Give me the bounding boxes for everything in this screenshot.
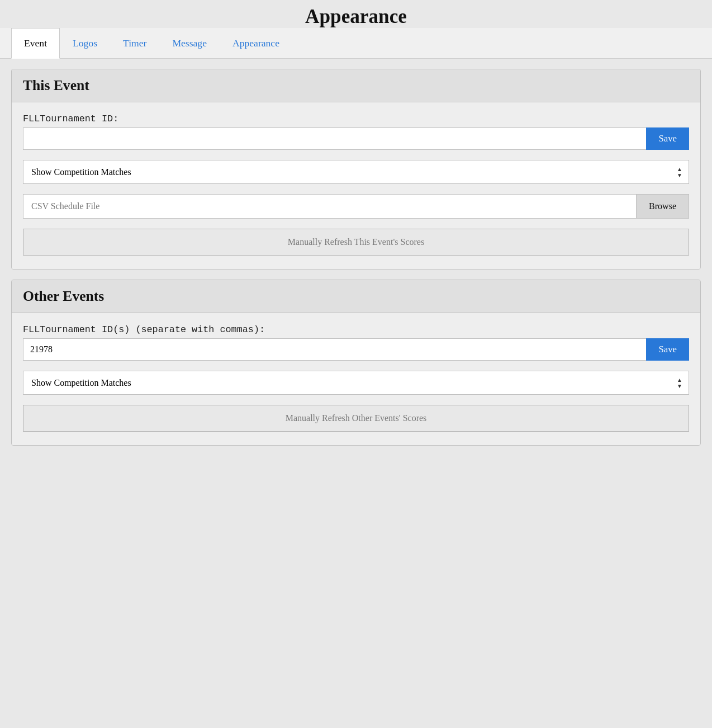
other-events-fll-group: FLLTournament ID(s) (separate with comma… <box>23 324 689 361</box>
this-event-match-select[interactable]: Show Competition Matches Hide Competitio… <box>23 160 689 184</box>
other-events-section: Other Events FLLTournament ID(s) (separa… <box>11 280 701 446</box>
other-events-heading: Other Events <box>12 280 700 313</box>
this-event-refresh-button[interactable]: Manually Refresh This Event's Scores <box>23 229 689 256</box>
other-events-fll-row: Save <box>23 338 689 361</box>
this-event-csv-row: Browse <box>23 194 689 219</box>
other-events-body: FLLTournament ID(s) (separate with comma… <box>12 313 700 445</box>
this-event-heading: This Event <box>12 69 700 102</box>
page-title-text: Appearance <box>305 6 407 27</box>
tab-timer[interactable]: Timer <box>110 28 159 59</box>
this-event-fll-input[interactable] <box>23 127 646 150</box>
this-event-browse-button[interactable]: Browse <box>637 194 689 219</box>
other-events-refresh-button[interactable]: Manually Refresh Other Events' Scores <box>23 405 689 432</box>
tab-message[interactable]: Message <box>159 28 220 59</box>
tab-bar: Event Logos Timer Message Appearance <box>0 28 712 59</box>
tab-appearance[interactable]: Appearance <box>220 28 292 59</box>
other-events-match-select-wrapper: Show Competition Matches Hide Competitio… <box>23 371 689 395</box>
this-event-csv-input[interactable] <box>23 194 637 219</box>
this-event-fll-label: FLLTournament ID: <box>23 114 689 124</box>
other-events-save-button[interactable]: Save <box>646 338 689 361</box>
other-events-fll-label: FLLTournament ID(s) (separate with comma… <box>23 324 689 335</box>
this-event-fll-group: FLLTournament ID: Save <box>23 114 689 150</box>
other-events-fll-input[interactable] <box>23 338 646 361</box>
this-event-section: This Event FLLTournament ID: Save Show C… <box>11 69 701 270</box>
other-events-match-select[interactable]: Show Competition Matches Hide Competitio… <box>23 371 689 395</box>
tab-logos[interactable]: Logos <box>60 28 110 59</box>
this-event-save-button[interactable]: Save <box>646 127 689 150</box>
this-event-match-select-wrapper: Show Competition Matches Hide Competitio… <box>23 160 689 184</box>
page-title: Appearance <box>0 0 712 28</box>
tab-event[interactable]: Event <box>11 28 60 59</box>
this-event-fll-row: Save <box>23 127 689 150</box>
this-event-body: FLLTournament ID: Save Show Competition … <box>12 102 700 269</box>
